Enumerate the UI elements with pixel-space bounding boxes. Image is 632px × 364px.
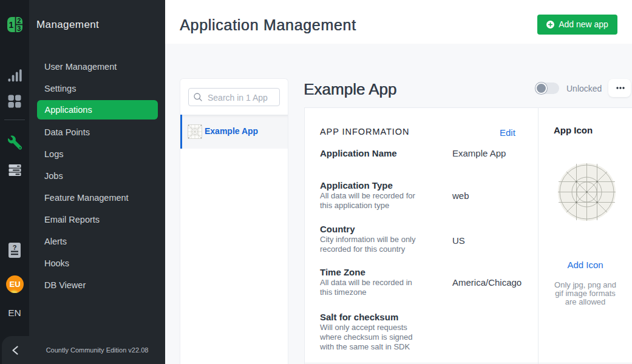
- svg-text:?: ?: [13, 244, 17, 251]
- svg-text:2: 2: [17, 17, 21, 24]
- svg-text:3: 3: [17, 25, 21, 32]
- svg-text:EU: EU: [9, 280, 20, 289]
- svg-text:1: 1: [8, 20, 13, 30]
